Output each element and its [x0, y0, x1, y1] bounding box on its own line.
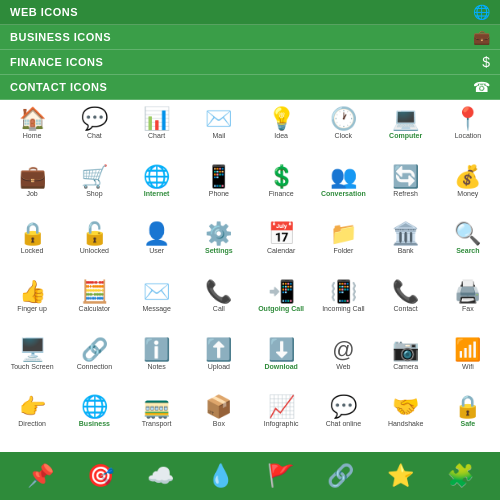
icon-label-12: Finance — [269, 190, 294, 198]
icon-cell-phone[interactable]: 📱Phone — [189, 162, 249, 218]
icon-symbol-12: 💲 — [268, 166, 295, 188]
header-row-business[interactable]: BUSINESS ICONS 💼 — [0, 25, 500, 50]
icon-cell-safe[interactable]: 🔒Safe — [438, 392, 498, 448]
icon-cell-wifi[interactable]: 📶Wifi — [438, 335, 498, 391]
icon-cell-call[interactable]: 📞Call — [189, 277, 249, 333]
icon-cell-business[interactable]: 🌐Business — [64, 392, 124, 448]
web-icon: 🌐 — [473, 4, 490, 20]
icon-label-40: Direction — [18, 420, 46, 428]
icon-cell-shop[interactable]: 🛒Shop — [64, 162, 124, 218]
icon-cell-finance[interactable]: 💲Finance — [251, 162, 311, 218]
header-row-finance[interactable]: FINANCE ICONS $ — [0, 50, 500, 75]
icon-cell-internet[interactable]: 🌐Internet — [127, 162, 187, 218]
icon-cell-refresh[interactable]: 🔄Refresh — [376, 162, 436, 218]
icon-cell-finger-up[interactable]: 👍Finger up — [2, 277, 62, 333]
icon-cell-location[interactable]: 📍Location — [438, 104, 498, 160]
icon-cell-connection[interactable]: 🔗Connection — [64, 335, 124, 391]
icon-label-33: Connection — [77, 363, 112, 371]
icon-cell-download[interactable]: ⬇️Download — [251, 335, 311, 391]
icon-label-42: Transport — [142, 420, 172, 428]
finance-icons-label: FINANCE ICONS — [10, 56, 103, 68]
icon-cell-camera[interactable]: 📷Camera — [376, 335, 436, 391]
icon-symbol-35: ⬆️ — [205, 339, 232, 361]
icon-symbol-41: 🌐 — [81, 396, 108, 418]
icon-symbol-15: 💰 — [454, 166, 481, 188]
icon-symbol-29: 📳 — [330, 281, 357, 303]
icon-cell-bank[interactable]: 🏛️Bank — [376, 219, 436, 275]
icon-cell-folder[interactable]: 📁Folder — [313, 219, 373, 275]
footer-icon-1: 🎯 — [87, 463, 114, 489]
icon-cell-clock[interactable]: 🕐Clock — [313, 104, 373, 160]
icon-symbol-32: 🖥️ — [19, 339, 46, 361]
icon-cell-incoming-call[interactable]: 📳Incoming Call — [313, 277, 373, 333]
icon-symbol-2: 📊 — [143, 108, 170, 130]
icon-symbol-8: 💼 — [19, 166, 46, 188]
icon-label-22: Bank — [398, 247, 414, 255]
icon-cell-search[interactable]: 🔍Search — [438, 219, 498, 275]
icon-symbol-21: 📁 — [330, 223, 357, 245]
icon-cell-touch-screen[interactable]: 🖥️Touch Screen — [2, 335, 62, 391]
icon-cell-money[interactable]: 💰Money — [438, 162, 498, 218]
icon-cell-computer[interactable]: 💻Computer — [376, 104, 436, 160]
icon-symbol-16: 🔒 — [19, 223, 46, 245]
icon-cell-transport[interactable]: 🚃Transport — [127, 392, 187, 448]
icon-cell-unlocked[interactable]: 🔓Unlocked — [64, 219, 124, 275]
footer-icon-0: 📌 — [27, 463, 54, 489]
icon-cell-infographic[interactable]: 📈Infographic — [251, 392, 311, 448]
icon-label-36: Download — [264, 363, 297, 371]
icon-label-45: Chat online — [326, 420, 361, 428]
icon-label-24: Finger up — [17, 305, 47, 313]
icon-cell-calendar[interactable]: 📅Calendar — [251, 219, 311, 275]
icon-cell-chat[interactable]: 💬Chat — [64, 104, 124, 160]
icon-cell-direction[interactable]: 👉Direction — [2, 392, 62, 448]
footer-icon-4: 🚩 — [267, 463, 294, 489]
icon-label-26: Message — [142, 305, 170, 313]
icon-cell-message[interactable]: ✉️Message — [127, 277, 187, 333]
icon-cell-mail[interactable]: ✉️Mail — [189, 104, 249, 160]
footer-icon-5: 🔗 — [327, 463, 354, 489]
icon-symbol-17: 🔓 — [81, 223, 108, 245]
icon-cell-home[interactable]: 🏠Home — [2, 104, 62, 160]
icon-cell-notes[interactable]: ℹ️Notes — [127, 335, 187, 391]
icon-label-16: Locked — [21, 247, 44, 255]
finance-icon: $ — [482, 54, 490, 70]
icon-cell-settings[interactable]: ⚙️Settings — [189, 219, 249, 275]
icon-symbol-42: 🚃 — [143, 396, 170, 418]
icon-symbol-13: 👥 — [330, 166, 357, 188]
icon-label-44: Infographic — [264, 420, 299, 428]
icon-label-34: Notes — [147, 363, 165, 371]
icon-cell-chart[interactable]: 📊Chart — [127, 104, 187, 160]
icon-cell-handshake[interactable]: 🤝Handshake — [376, 392, 436, 448]
icon-label-14: Refresh — [393, 190, 418, 198]
icon-cell-chat-online[interactable]: 💬Chat online — [313, 392, 373, 448]
icon-cell-web[interactable]: @Web — [313, 335, 373, 391]
icon-label-4: Idea — [274, 132, 288, 140]
icon-label-20: Calendar — [267, 247, 295, 255]
icon-symbol-44: 📈 — [268, 396, 295, 418]
icon-cell-conversation[interactable]: 👥Conversation — [313, 162, 373, 218]
icon-cell-calculator[interactable]: 🧮Calculator — [64, 277, 124, 333]
header-row-web[interactable]: WEB ICONS 🌐 — [0, 0, 500, 25]
icons-grid: 🏠Home💬Chat📊Chart✉️Mail💡Idea🕐Clock💻Comput… — [0, 100, 500, 452]
icon-label-17: Unlocked — [80, 247, 109, 255]
icon-cell-contact[interactable]: 📞Contact — [376, 277, 436, 333]
icon-label-0: Home — [23, 132, 42, 140]
icon-cell-fax[interactable]: 🖨️Fax — [438, 277, 498, 333]
icon-cell-upload[interactable]: ⬆️Upload — [189, 335, 249, 391]
icon-symbol-14: 🔄 — [392, 166, 419, 188]
icon-cell-idea[interactable]: 💡Idea — [251, 104, 311, 160]
icon-label-41: Business — [79, 420, 110, 428]
footer-icon-3: 💧 — [207, 463, 234, 489]
icon-symbol-39: 📶 — [454, 339, 481, 361]
icon-symbol-47: 🔒 — [454, 396, 481, 418]
icon-symbol-1: 💬 — [81, 108, 108, 130]
icon-symbol-31: 🖨️ — [454, 281, 481, 303]
icon-label-10: Internet — [144, 190, 170, 198]
header-row-contact[interactable]: CONTACT ICONS ☎ — [0, 75, 500, 100]
icon-cell-job[interactable]: 💼Job — [2, 162, 62, 218]
icon-cell-outgoing-call[interactable]: 📲Outgoing Call — [251, 277, 311, 333]
footer-icon-7: 🧩 — [447, 463, 474, 489]
icon-cell-locked[interactable]: 🔒Locked — [2, 219, 62, 275]
icon-cell-box[interactable]: 📦Box — [189, 392, 249, 448]
icon-cell-user[interactable]: 👤User — [127, 219, 187, 275]
